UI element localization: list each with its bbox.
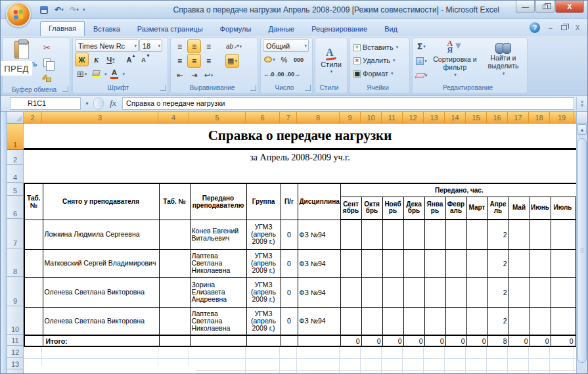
redo-button[interactable]: ↷▾ [68,4,81,16]
orientation-button[interactable]: ab↗▾ [225,39,242,53]
cell-month[interactable] [466,277,487,307]
column-header[interactable]: 12 [403,112,424,123]
total-label-cell[interactable]: Итого: [43,335,159,346]
percent-button[interactable]: % [277,53,291,66]
column-header[interactable]: 8 [297,112,340,123]
comma-style-button[interactable]: 000 [292,53,305,66]
month-header[interactable]: Июль [551,197,575,220]
grid-cell[interactable] [246,347,280,359]
cell-discipline[interactable]: ФЗ №94 [298,307,340,335]
row-header[interactable]: 2 [7,150,24,165]
grid-cell[interactable] [445,359,466,371]
sort-filter-button[interactable]: АЯ▼ Сортировка и фильтр ▾ [430,39,480,82]
row-header[interactable]: 14 [7,369,24,374]
cell-tab-no2[interactable] [159,277,190,307]
cell-month[interactable] [466,220,487,249]
cell-tab-no2[interactable] [159,220,190,249]
cell-month[interactable] [530,220,551,249]
cell-month[interactable] [509,307,530,335]
row-header[interactable]: 13 [7,358,24,369]
cell-pg[interactable] [281,335,298,346]
cell-group[interactable]: УГМЗ (апрель 2009 г.) [246,277,281,307]
increase-indent-button[interactable]: ⇥ [187,68,201,82]
row-header[interactable]: 8 [7,248,24,277]
format-cells-button[interactable]: ▦Формат▾ [352,68,407,80]
office-button[interactable] [6,2,31,27]
grid-cell[interactable] [403,371,424,374]
number-dialog-launcher[interactable] [305,85,311,91]
cell-tab-no[interactable] [24,220,43,249]
cell-removed-from[interactable]: Оленева Светлана Викторовна [43,277,159,307]
tab-home[interactable]: Главная [40,21,85,36]
grid-cell[interactable] [550,359,574,371]
total-month-cell[interactable]: 0 [551,335,575,346]
cell-month[interactable] [361,307,382,335]
grid-cell[interactable] [574,371,576,374]
cell-tab-no[interactable] [24,277,43,307]
cell-partial[interactable] [575,249,576,277]
total-month-cell[interactable]: 0 [424,335,445,346]
grid-cell[interactable] [382,347,403,359]
cell-month[interactable] [551,307,575,335]
tab-data[interactable]: Данные [260,22,303,36]
doc-close-button[interactable]: X [573,24,582,32]
grid-cell[interactable] [382,371,403,374]
grid-cell[interactable] [361,347,382,359]
cell-month[interactable] [382,307,403,335]
grid-cell[interactable] [361,359,382,371]
cell-discipline[interactable]: ФЗ №94 [298,220,340,249]
month-header-partial[interactable] [575,197,576,220]
scroll-up-button[interactable]: ▲ [577,124,587,135]
header-transferred-to[interactable]: Передано преподавателю [190,183,246,220]
cell-month[interactable] [424,220,445,249]
align-middle-button[interactable]: ≡ [187,39,201,53]
align-center-button[interactable]: ≡ [187,54,201,68]
total-month-cell[interactable]: 0 [530,335,551,346]
copy-button[interactable] [40,56,54,70]
month-header[interactable]: Июнь [530,197,551,220]
grid-cell[interactable] [382,359,403,371]
header-removed-from[interactable]: Снято у преподавателя [43,183,159,220]
minimize-button[interactable]: — [516,1,535,13]
accounting-format-button[interactable]: ▾ [263,53,277,66]
select-all-corner[interactable] [7,112,24,123]
column-header[interactable]: 19 [550,112,574,123]
cell-partial[interactable] [575,335,576,346]
tab-page-layout[interactable]: Разметка страницы [129,22,212,36]
grid-cell[interactable] [280,359,297,371]
cell-group[interactable]: УГМЗ (апрель 2009 г.) [246,249,281,277]
cell-month[interactable] [551,277,575,307]
cell-tab-no2[interactable] [159,335,190,346]
cell-transferred-to[interactable]: Конев Евгений Витальевич [190,220,246,249]
cell-month[interactable] [403,307,424,335]
row-header[interactable]: 9 [7,277,24,306]
cell-month[interactable] [445,307,466,335]
month-header[interactable]: Апрель [487,197,509,220]
grid-cell[interactable] [297,347,340,359]
cell-partial[interactable] [575,220,576,249]
grid-cell[interactable] [529,371,550,374]
cell-month[interactable] [403,277,424,307]
underline-button[interactable]: Ч▾ [104,53,118,66]
row-header[interactable]: 1 [7,124,24,150]
italic-button[interactable]: К [89,53,103,66]
cell-month[interactable] [509,277,530,307]
fill-button[interactable]: ↓▾ [415,54,428,68]
vertical-scrollbar[interactable]: ▲ [576,112,587,374]
grid-cell[interactable] [508,359,529,371]
header-discipline[interactable]: Дисциплина [298,183,340,220]
grid-cell[interactable] [445,371,466,374]
sheet-subtitle-cell[interactable]: за Апрель 2008-2009 уч.г. [24,150,576,165]
grid-cell[interactable] [487,371,508,374]
grid-cell[interactable] [403,359,424,371]
cell-month[interactable] [551,249,575,277]
column-header[interactable]: 5 [189,112,246,123]
grid-cell[interactable] [42,347,158,359]
cell-removed-from[interactable]: Матковский Сергей Владимирович [43,249,159,277]
find-select-button[interactable]: Найти и выделить ▾ [482,39,525,82]
grid-cell[interactable] [466,347,487,359]
cell-tab-no2[interactable] [159,307,190,335]
tab-view[interactable]: Вид [376,22,406,36]
cell-group[interactable] [246,335,281,346]
column-header[interactable]: 17 [508,112,529,123]
